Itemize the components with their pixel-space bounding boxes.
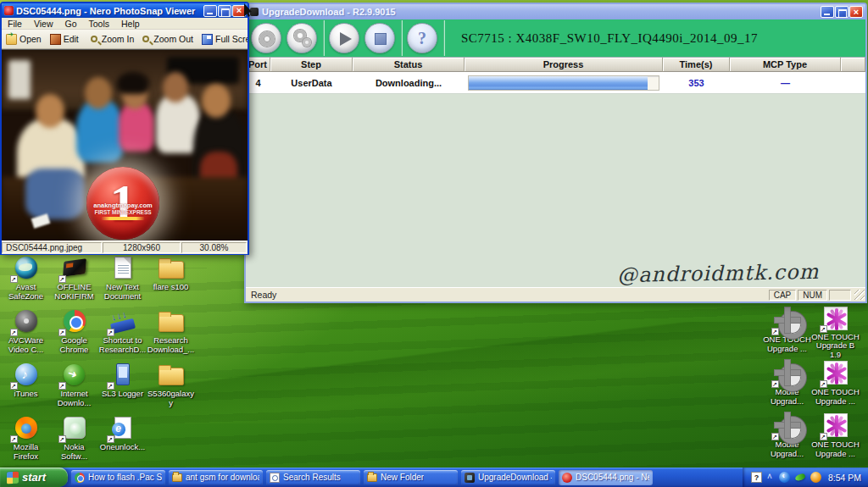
zoom-out-button[interactable]: Zoom Out [138, 32, 198, 46]
folder-icon [159, 368, 184, 385]
help-button[interactable]: ? [407, 23, 437, 53]
desktop-icon-grid-left: ↗ Avast SafeZone ↗ OFFLINE NOKIFIRM New … [2, 254, 195, 468]
table-row[interactable]: 4 UserData Downloading... 353 — [246, 72, 865, 94]
tray-blue-app-icon[interactable] [779, 472, 790, 483]
desktop-icon-label: ONE TOUCH Upgrade B 1.9 [811, 333, 860, 360]
cell-filler [841, 72, 865, 93]
globe-icon [15, 257, 37, 279]
desktop-icon-label: iTunes [14, 390, 37, 399]
column-header-mcp-type[interactable]: MCP Type [730, 58, 841, 72]
desktop-icon-nokia-software[interactable]: ↗ Nokia Softw... [50, 414, 98, 468]
desktop-icon-avcware[interactable]: ↗ AVCWare Video C... [2, 307, 50, 361]
desktop-icon-label: Mobile Upgrad... [763, 440, 811, 458]
desktop-icon-one-touch-upgrade[interactable]: ↗ ONE TOUCH Upgrade ... [811, 359, 860, 412]
zoom-in-button[interactable]: Zoom In [86, 32, 139, 46]
desktop-icon-label: Avast SafeZone [2, 283, 50, 301]
shortcut-arrow-icon: ↗ [10, 329, 18, 336]
toolbar-separator [323, 20, 325, 56]
maximize-button[interactable] [835, 6, 849, 18]
window-titlebar[interactable]: UpgradeDownload - R2.9.9015 × [246, 4, 865, 19]
desktop-icon-internet-download-manager[interactable]: ↗ Internet Downlo... [50, 361, 98, 414]
taskbar-button-ant-gsm-folder[interactable]: ant gsm for download [169, 470, 263, 485]
stop-download-button[interactable] [364, 23, 395, 53]
menu-tools[interactable]: Tools [83, 19, 116, 29]
minimize-button[interactable] [821, 6, 834, 18]
tray-antivirus-icon[interactable] [794, 472, 806, 483]
desktop-icon-s5360galaxy[interactable]: S5360galaxy y [147, 361, 195, 414]
window-title: UpgradeDownload - R2.9.9015 [262, 7, 820, 17]
column-header-step[interactable]: Step [270, 58, 353, 72]
desktop-icon-label: Google Chrome [50, 336, 98, 354]
gear-icon [776, 361, 799, 385]
status-empty-cell [829, 290, 851, 301]
shortcut-arrow-icon: ↗ [10, 275, 18, 283]
taskbar-clock[interactable]: 8:54 PM [826, 473, 861, 483]
taskbar-button-chrome-howtoflash[interactable]: How to flash .Pac Sto... [71, 470, 165, 485]
menubar: File View Go Tools Help [2, 18, 248, 30]
desktop-icon-new-text-document[interactable]: New Text Document [98, 254, 147, 307]
column-header-status[interactable]: Status [353, 58, 465, 72]
taskbar-button-upgradedownload[interactable]: UpgradeDownload - ... [461, 470, 555, 485]
watermark-text: @androidmtk.com [616, 260, 819, 287]
edit-button[interactable]: Edit [46, 32, 83, 47]
menu-help[interactable]: Help [115, 19, 146, 29]
starburst-icon [824, 307, 848, 330]
desktop-icon-research-download-folder[interactable]: Research Download_... [147, 307, 195, 361]
column-header-time[interactable]: Time(s) [663, 58, 730, 72]
shortcut-arrow-icon: ↗ [771, 433, 779, 440]
badge-site-text: anakngtmapay.com [93, 202, 152, 209]
full-screen-button[interactable]: Full Screen [198, 32, 248, 47]
num-lock-indicator: NUM [798, 290, 827, 301]
desktop-icon-mozilla-firefox[interactable]: ↗ Mozilla Firefox [2, 414, 50, 468]
desktop-icon-oneunlock[interactable]: ↗ Oneunlock... [98, 414, 147, 468]
window-title: DSC05444.png - Nero PhotoSnap Viewer [16, 6, 203, 16]
column-header-progress[interactable]: Progress [465, 58, 663, 72]
desktop-icon-google-chrome[interactable]: ↗ Google Chrome [50, 307, 98, 361]
desktop-icon-sl3-logger[interactable]: ↗ SL3 Logger [98, 361, 147, 414]
magnifier-minus-icon [142, 36, 149, 42]
desktop-icon-avast-safezone[interactable]: ↗ Avast SafeZone [2, 254, 50, 307]
toolbar: Open Edit Zoom In Zoom Out Full Screen ↺… [2, 30, 248, 49]
desktop-icon-itunes[interactable]: ↗ iTunes [2, 361, 50, 414]
close-button[interactable]: × [232, 5, 246, 17]
maximize-button[interactable] [218, 5, 231, 17]
tray-orange-app-icon[interactable] [810, 472, 821, 483]
menu-file[interactable]: File [2, 19, 28, 29]
window-titlebar[interactable]: DSC05444.png - Nero PhotoSnap Viewer × [2, 3, 248, 18]
column-header-port[interactable]: Port [246, 58, 270, 72]
desktop-icon-label: Internet Downlo... [50, 390, 98, 407]
taskbar-button-search-results[interactable]: Search Results [266, 470, 360, 485]
desktop-icon-one-touch-upgrade[interactable]: ↗ ONE TOUCH Upgrade ... [763, 307, 811, 359]
desktop-icon-mobile-upgrade[interactable]: ↗ Mobile Upgrad... [763, 412, 811, 464]
status-dimensions: 1280x960 [103, 242, 181, 253]
tray-hide-icons-chevron[interactable] [766, 473, 775, 482]
toolbar-separator [443, 20, 445, 56]
gear-icon [776, 413, 799, 437]
photo-viewer[interactable]: 1 anakngtmapay.com FIRST MINI-EXPRESS [2, 49, 248, 241]
desktop-icon-label: SL3 Logger [102, 390, 143, 399]
settings-gear-button[interactable] [251, 23, 281, 53]
close-button[interactable]: × [849, 6, 863, 18]
desktop-icon-shortcut-researchdownload[interactable]: ↗ Shortcut to ResearchD... [98, 307, 147, 361]
badge-subtitle-text: FIRST MINI-EXPRESS [94, 209, 151, 215]
desktop-icon-one-touch-upgrade-b19[interactable]: ↗ ONE TOUCH Upgrade B 1.9 [811, 307, 860, 359]
resize-grip[interactable] [854, 290, 865, 300]
tray-help-icon[interactable]: ? [751, 472, 762, 483]
minimize-button[interactable] [203, 5, 217, 17]
desktop-icon-mobile-upgrade[interactable]: ↗ Mobile Upgrad... [763, 359, 811, 412]
desktop-icon-one-touch-upgrade[interactable]: ↗ ONE TOUCH Upgrade ... [811, 412, 860, 464]
start-download-button[interactable] [329, 23, 359, 53]
taskbar-button-new-folder[interactable]: New Folder [364, 470, 458, 485]
options-gears-button[interactable] [287, 23, 317, 53]
menu-go[interactable]: Go [59, 19, 83, 29]
open-button[interactable]: Open [2, 32, 46, 47]
nero-app-icon [4, 6, 14, 15]
taskbar-button-dsc05444-nero[interactable]: DSC05444.png - Ner... [559, 470, 653, 485]
desktop-icon-flare-s100[interactable]: flare s100 [147, 254, 195, 307]
start-button[interactable]: start [0, 468, 68, 487]
shortcut-arrow-icon: ↗ [107, 382, 114, 390]
menu-view[interactable]: View [28, 19, 59, 29]
desktop-icon-label: ONE TOUCH Upgrade ... [811, 388, 860, 406]
statusbar: Ready CAP NUM [246, 287, 865, 302]
desktop-icon-offline-nokifirm[interactable]: ↗ OFFLINE NOKIFIRM [50, 254, 98, 307]
